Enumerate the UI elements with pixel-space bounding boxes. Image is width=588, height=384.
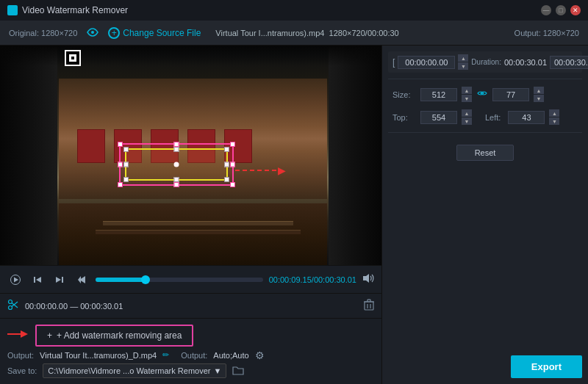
right-panel: [ ▲ ▼ Duration: 00:00:30.01 ▲ ▼ ] Size: … xyxy=(382,46,588,384)
svg-line-12 xyxy=(12,303,18,308)
start-time-spinners: ▲ ▼ xyxy=(458,54,468,70)
add-watermark-button[interactable]: + + Add watermark removing area xyxy=(35,325,193,347)
sel-handle-tm[interactable] xyxy=(174,142,179,147)
width-input[interactable] xyxy=(420,88,457,101)
volume-icon[interactable] xyxy=(362,273,374,286)
add-watermark-label: + Add watermark removing area xyxy=(57,330,182,341)
svg-point-0 xyxy=(91,31,94,34)
sel-handle-ml[interactable] xyxy=(118,162,123,167)
trash-button[interactable] xyxy=(364,299,374,313)
svg-rect-14 xyxy=(365,302,373,310)
save-path-text: C:\Vidmore\Vidmore ...o Watermark Remove… xyxy=(48,366,210,375)
arch-top xyxy=(0,46,381,66)
steps2 xyxy=(96,230,301,234)
svg-rect-5 xyxy=(62,277,63,283)
time-row: [ ▲ ▼ Duration: 00:00:30.01 ▲ ▼ ] xyxy=(388,51,582,73)
svg-point-10 xyxy=(9,300,12,304)
selection-pink-box[interactable] xyxy=(119,143,234,186)
progress-thumb[interactable] xyxy=(141,275,150,284)
sel-handle-bl[interactable] xyxy=(118,182,123,187)
video-frame: ▶ xyxy=(0,46,381,265)
clip-bar: 00:00:00.00 — 00:00:30.01 xyxy=(0,293,381,318)
maximize-button[interactable]: □ xyxy=(556,5,566,15)
save-row: Save to: C:\Vidmore\Vidmore ...o Waterma… xyxy=(7,363,374,378)
arrow-indicator xyxy=(7,328,28,344)
app-icon xyxy=(7,5,18,15)
output-row-label: Output: xyxy=(7,351,34,360)
add-watermark-plus: + xyxy=(47,330,52,341)
to-start-button[interactable] xyxy=(74,273,90,286)
reset-button[interactable]: Reset xyxy=(456,145,514,161)
top-input[interactable] xyxy=(420,111,457,124)
duration-label: Duration: xyxy=(471,58,501,66)
save-label: Save to: xyxy=(7,366,37,375)
end-time-input[interactable] xyxy=(550,56,588,69)
folder-icon[interactable] xyxy=(232,365,244,377)
sel-handle-mr[interactable] xyxy=(230,162,235,167)
output2-value: Auto;Auto xyxy=(213,351,248,360)
reset-row: Reset xyxy=(388,142,582,161)
change-source-button[interactable]: + Change Source File xyxy=(108,27,201,39)
gate-left xyxy=(0,46,57,265)
start-time-input[interactable] xyxy=(398,56,455,69)
svg-marker-9 xyxy=(363,274,369,283)
left-up[interactable]: ▲ xyxy=(549,109,559,117)
next-frame-button[interactable] xyxy=(51,273,68,286)
output-filename: Virtual Tour It...tramuros)_D.mp4 xyxy=(40,351,157,360)
height-down[interactable]: ▼ xyxy=(534,95,544,102)
left-label: Left: xyxy=(485,113,501,122)
gear-icon[interactable]: ⚙ xyxy=(255,349,265,361)
width-spinners: ▲ ▼ xyxy=(462,87,472,102)
file-meta: 1280×720/00:00:30 xyxy=(329,29,399,37)
svg-marker-22 xyxy=(21,330,28,338)
width-up[interactable]: ▲ xyxy=(462,87,472,94)
left-panel: ▶ xyxy=(0,46,382,384)
clip-time: 00:00:00.00 — 00:00:30.01 xyxy=(25,302,358,311)
sel-handle-bm[interactable] xyxy=(174,182,179,187)
svg-point-11 xyxy=(9,306,12,310)
sel-handle-tr[interactable] xyxy=(230,142,235,147)
left-down[interactable]: ▼ xyxy=(549,117,559,125)
minimize-button[interactable]: — xyxy=(541,5,551,15)
watermark-qr xyxy=(65,50,81,66)
save-path-dropdown[interactable]: C:\Vidmore\Vidmore ...o Watermark Remove… xyxy=(43,363,226,378)
gate-right xyxy=(329,46,381,265)
plus-circle-icon: + xyxy=(108,27,120,39)
eye-icon[interactable] xyxy=(86,27,99,39)
play-button[interactable] xyxy=(7,273,24,286)
height-spinners: ▲ ▼ xyxy=(534,87,544,102)
ruin-window-left xyxy=(77,129,105,163)
top-up[interactable]: ▲ xyxy=(462,109,472,117)
height-input[interactable] xyxy=(492,88,529,101)
change-source-label: Change Source File xyxy=(123,28,201,38)
export-button[interactable]: Export xyxy=(511,355,582,378)
top-left-row: Top: ▲ ▼ Left: ▲ ▼ xyxy=(388,108,582,126)
header-bar: Original: 1280×720 + Change Source File … xyxy=(0,21,588,46)
top-down[interactable]: ▼ xyxy=(462,117,472,125)
edit-icon[interactable]: ✏ xyxy=(162,350,169,360)
height-up[interactable]: ▲ xyxy=(534,87,544,94)
size-label: Size: xyxy=(392,90,416,99)
divider-2 xyxy=(388,132,582,133)
size-row: Size: ▲ ▼ ▲ ▼ xyxy=(388,85,582,104)
left-input[interactable] xyxy=(508,111,545,124)
progress-bar[interactable] xyxy=(96,278,263,282)
start-time-up[interactable]: ▲ xyxy=(458,54,468,62)
svg-marker-2 xyxy=(14,277,18,282)
title-bar: Video Watermark Remover — □ ✕ xyxy=(0,0,588,21)
output2-label: Output: xyxy=(181,351,207,360)
sel-handle-br[interactable] xyxy=(230,182,235,187)
file-name: Virtual Tour I...ntramuros).mp4 xyxy=(215,29,324,37)
start-time-down[interactable]: ▼ xyxy=(458,62,468,70)
export-row: Export xyxy=(388,349,582,378)
svg-marker-8 xyxy=(78,276,81,283)
prev-frame-button[interactable] xyxy=(29,273,46,286)
time-label: 00:00:09.15/00:00:30.01 xyxy=(269,275,356,284)
sel-handle-tl[interactable] xyxy=(118,142,123,147)
window-controls: — □ ✕ xyxy=(541,5,581,15)
ground-area xyxy=(59,203,327,265)
link-icon[interactable] xyxy=(476,88,488,101)
close-button[interactable]: ✕ xyxy=(570,5,581,15)
top-spinners: ▲ ▼ xyxy=(462,109,472,125)
width-down[interactable]: ▼ xyxy=(462,95,472,102)
